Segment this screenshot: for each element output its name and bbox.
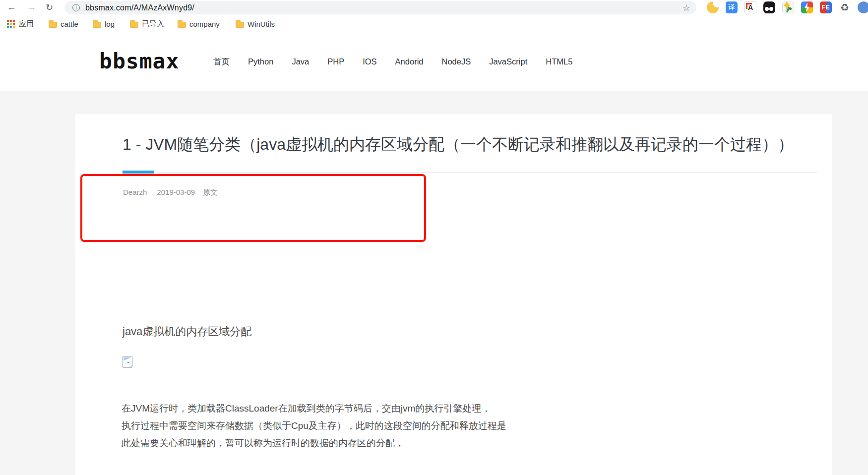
bookmark-label: company xyxy=(189,20,220,28)
bookmark-folder-cattle[interactable]: cattle xyxy=(49,15,78,33)
folder-icon xyxy=(236,22,244,28)
paragraph-line: 此处需要关心和理解的，暂可以称为运行时的数据的内存区的分配， xyxy=(122,434,506,452)
page-info-icon[interactable]: i xyxy=(72,4,80,11)
account-icon[interactable] xyxy=(858,1,868,13)
back-icon[interactable]: ← xyxy=(7,0,16,15)
section-heading: java虚拟机的内存区域分配 xyxy=(123,324,251,339)
paragraph-line: 执行过程中需要空间来存储数据（类似于Cpu及主存），此时的这段空间的分配和释放过… xyxy=(122,417,506,434)
extension-icons-row: 译 A FE ♻ xyxy=(707,1,868,13)
article-title: 1 - JVM随笔分类（java虚拟机的内存区域分配（一个不断记录和推翻以及再记… xyxy=(123,134,794,156)
screen: ← → ↻ i bbsmax.com/A/MAzAxWnyd9/ ☆ 译 A F… xyxy=(0,0,868,475)
bookmark-label: cattle xyxy=(61,20,78,28)
bookmark-star-icon[interactable]: ☆ xyxy=(682,2,690,13)
publish-date: 2019-03-09 xyxy=(157,188,195,196)
nav-item-ios[interactable]: IOS xyxy=(363,57,376,66)
bookmark-folder-winutils[interactable]: WinUtils xyxy=(236,15,275,33)
broken-image-icon xyxy=(122,356,133,368)
dark-dots-extension-icon[interactable] xyxy=(763,1,775,13)
nav-item-java[interactable]: Java xyxy=(292,57,309,66)
active-tab-indicator xyxy=(123,171,154,174)
apps-grid-icon xyxy=(7,20,15,28)
author-link[interactable]: Dearzh xyxy=(123,188,147,196)
nav-item-android[interactable]: Andorid xyxy=(395,57,424,66)
translate-extension-icon[interactable]: 译 xyxy=(726,1,738,13)
title-divider xyxy=(123,172,817,173)
moon-extension-icon[interactable] xyxy=(707,1,719,13)
folder-icon xyxy=(93,22,101,28)
forward-icon[interactable]: → xyxy=(27,0,36,15)
nav-item-javascript[interactable]: JavaScript xyxy=(489,57,527,66)
bookmark-folder-log[interactable]: log xyxy=(93,15,115,33)
reload-icon[interactable]: ↻ xyxy=(46,0,53,15)
folder-icon xyxy=(49,22,57,28)
nav-item-python[interactable]: Python xyxy=(248,57,273,66)
nav-item-html5[interactable]: HTML5 xyxy=(546,57,572,66)
site-header: bbsmax 首页 Python Java PHP IOS Andorid No… xyxy=(0,33,868,91)
url-text[interactable]: bbsmax.com/A/MAzAxWnyd9/ xyxy=(85,3,194,12)
bookmark-label: log xyxy=(105,20,115,28)
main-nav: 首页 Python Java PHP IOS Andorid NodeJS Ja… xyxy=(213,33,572,91)
bookmark-label: WinUtils xyxy=(248,20,275,28)
apps-label: 应用 xyxy=(19,19,34,29)
article-paragraph: 在JVM运行时，类加载器ClassLoader在加载到类的字节码后，交由jvm的… xyxy=(122,400,506,452)
fe-extension-icon[interactable]: FE xyxy=(820,1,832,13)
map-extension-icon[interactable] xyxy=(782,1,794,13)
article-card: 1 - JVM随笔分类（java虚拟机的内存区域分配（一个不断记录和推翻以及再记… xyxy=(75,114,832,475)
nav-item-nodejs[interactable]: NodeJS xyxy=(441,57,471,66)
lightning-extension-icon[interactable] xyxy=(801,1,813,13)
nav-item-home[interactable]: 首页 xyxy=(213,57,230,67)
paragraph-line: 在JVM运行时，类加载器ClassLoader在加载到类的字节码后，交由jvm的… xyxy=(122,400,506,417)
apps-shortcut[interactable]: 应用 xyxy=(7,15,34,33)
original-link[interactable]: 原文 xyxy=(203,188,218,197)
bookmarks-bar: 应用 cattle log 已导入 company WinUtils xyxy=(0,15,868,33)
bookmark-label: 已导入 xyxy=(142,19,164,29)
reader-a-extension-icon[interactable]: A xyxy=(744,1,756,13)
nav-item-php[interactable]: PHP xyxy=(327,57,344,66)
bookmark-folder-company[interactable]: company xyxy=(178,15,220,33)
browser-toolbar: ← → ↻ i bbsmax.com/A/MAzAxWnyd9/ ☆ 译 A F… xyxy=(0,0,868,15)
article-meta: Dearzh 2019-03-09 原文 xyxy=(123,188,218,197)
folder-icon xyxy=(178,22,186,28)
address-bar[interactable]: i bbsmax.com/A/MAzAxWnyd9/ ☆ xyxy=(64,1,696,14)
red-annotation-box xyxy=(80,174,426,242)
folder-icon xyxy=(130,22,138,28)
bookmark-folder-imported[interactable]: 已导入 xyxy=(130,15,164,33)
site-logo[interactable]: bbsmax xyxy=(99,49,179,73)
recycle-extension-icon[interactable]: ♻ xyxy=(839,1,851,13)
